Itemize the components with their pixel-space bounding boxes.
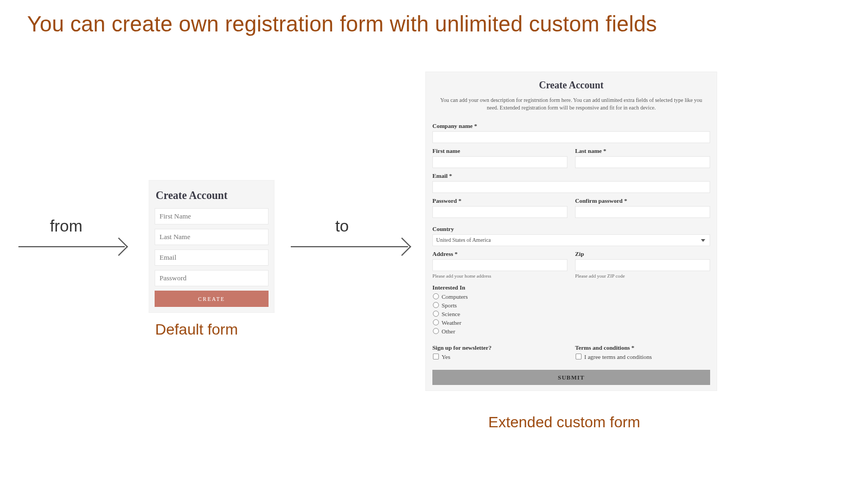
extended-form-panel: Create Account You can add your own desc… [425, 72, 717, 391]
interested-option-label: Sports [442, 302, 457, 309]
ext-last-name-input[interactable] [575, 156, 710, 168]
arrow-from-icon [18, 246, 125, 247]
last-name-input[interactable] [155, 229, 269, 245]
email-label: Email * [432, 172, 710, 179]
ext-email-input[interactable] [432, 181, 710, 193]
address-hint: Please add your home address [432, 273, 567, 279]
label-from: from [50, 217, 82, 235]
interested-option[interactable]: Computers [432, 293, 710, 300]
country-label: Country [432, 226, 710, 232]
zip-hint: Please add your ZIP code [575, 273, 710, 279]
interested-option[interactable]: Sports [432, 301, 710, 309]
interested-option-label: Science [442, 311, 460, 317]
interested-option-label: Computers [442, 293, 468, 300]
terms-option[interactable]: I agree terms and conditions [575, 353, 710, 360]
page-headline: You can create own registration form wit… [27, 12, 841, 36]
interested-in-label: Interested In [432, 284, 710, 291]
ext-first-name-input[interactable] [432, 156, 567, 168]
interested-option[interactable]: Weather [432, 319, 710, 326]
company-name-label: Company name * [432, 123, 710, 129]
interested-option[interactable]: Other [432, 328, 710, 335]
first-name-input[interactable] [155, 208, 269, 224]
extended-form-description: You can add your own description for reg… [432, 97, 710, 118]
interested-option-label: Other [442, 328, 455, 335]
address-label: Address * [432, 251, 567, 257]
terms-option-label: I agree terms and conditions [584, 354, 652, 360]
country-selected-value: United States of America [436, 237, 491, 243]
default-form-title: Create Account [155, 186, 269, 208]
first-name-label: First name [432, 147, 567, 154]
last-name-label: Last name * [575, 147, 710, 154]
ext-password-input[interactable] [432, 206, 567, 218]
password-label: Password * [432, 197, 567, 204]
arrow-to-icon [291, 246, 408, 247]
email-input[interactable] [155, 249, 269, 266]
newsletter-label: Sign up for newsletter? [432, 344, 567, 351]
country-select[interactable]: United States of America [432, 234, 710, 246]
confirm-password-label: Confirm password * [575, 197, 710, 204]
newsletter-option-label: Yes [442, 354, 450, 360]
company-name-input[interactable] [432, 131, 710, 143]
zip-label: Zip [575, 251, 710, 257]
interested-option[interactable]: Science [432, 310, 710, 317]
submit-button[interactable]: SUBMIT [432, 370, 710, 385]
newsletter-option[interactable]: Yes [432, 353, 567, 360]
caption-extended-form: Extended custom form [488, 414, 640, 431]
create-button[interactable]: CREATE [155, 291, 269, 307]
default-form-panel: Create Account CREATE [149, 180, 275, 313]
terms-label: Terms and conditions * [575, 344, 710, 351]
extended-form-title: Create Account [432, 78, 710, 97]
zip-input[interactable] [575, 259, 710, 271]
interested-option-label: Weather [442, 319, 461, 326]
caption-default-form: Default form [155, 321, 238, 338]
ext-confirm-password-input[interactable] [575, 206, 710, 218]
address-input[interactable] [432, 259, 567, 271]
label-to: to [335, 217, 349, 235]
password-input[interactable] [155, 270, 269, 286]
